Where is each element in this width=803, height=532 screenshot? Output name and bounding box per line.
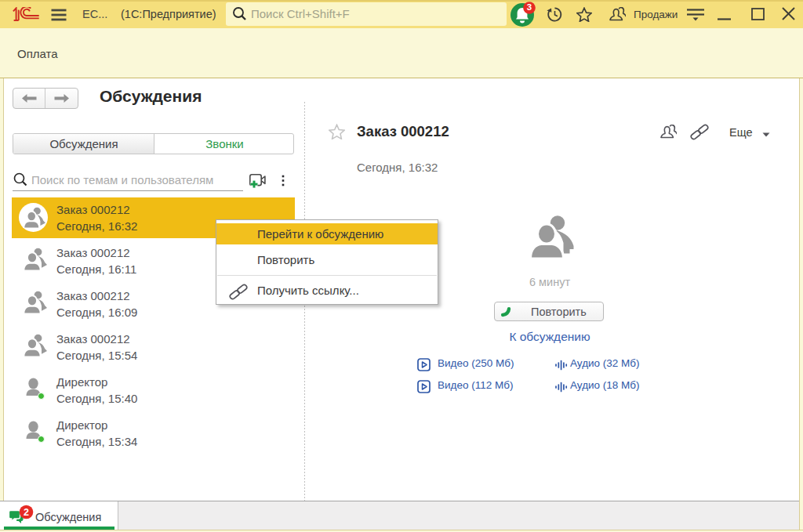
svg-text:2: 2 [24, 507, 29, 518]
svg-text:3: 3 [527, 2, 532, 12]
